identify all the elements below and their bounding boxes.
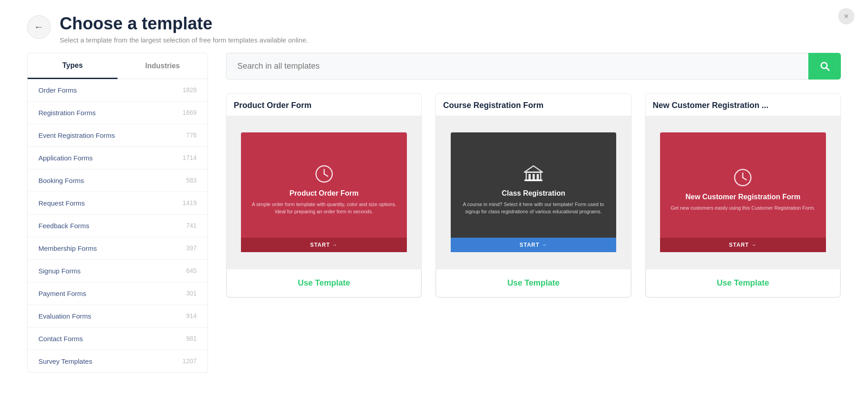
svg-line-11 [743,178,746,180]
header-text: Choose a template Select a template from… [60,14,308,44]
sidebar-list-item[interactable]: Membership Forms 397 [28,237,208,260]
sidebar-item-count: 301 [186,290,197,297]
sidebar-item-count: 397 [186,244,197,252]
template-card-title: Course Registration Form [436,94,631,116]
preview-card: New Customer Registration Form Get new c… [660,132,826,252]
search-button[interactable] [808,53,841,80]
templates-grid: Product Order Form Product Order Form A … [226,93,841,298]
sidebar-item-label: Membership Forms [38,244,97,252]
clock-icon [732,167,754,188]
sidebar: Types Industries Order Forms 1828 Regist… [27,53,208,373]
sidebar-list-item[interactable]: Registration Forms 1669 [28,102,208,124]
svg-rect-8 [537,174,539,180]
sidebar-list-item[interactable]: Feedback Forms 741 [28,215,208,237]
preview-start-bar: START → [241,238,407,252]
sidebar-item-count: 1828 [183,86,197,94]
template-card: New Customer Registration ... New Custom… [645,93,841,298]
sidebar-list-item[interactable]: Payment Forms 301 [28,282,208,305]
svg-rect-7 [533,174,535,180]
template-preview: Class Registration A course in mind? Sel… [436,116,631,269]
preview-title: New Customer Registration Form [685,193,800,201]
svg-marker-5 [524,166,542,172]
sidebar-item-label: Signup Forms [38,267,80,275]
tab-types[interactable]: Types [28,53,118,79]
search-icon [819,60,830,72]
preview-title: Class Registration [502,189,565,197]
sidebar-item-label: Contact Forms [38,335,83,343]
sidebar-item-label: Application Forms [38,154,93,162]
sidebar-item-count: 583 [186,177,197,184]
sidebar-item-label: Order Forms [38,86,77,94]
search-bar [226,53,841,80]
sidebar-item-label: Evaluation Forms [38,312,91,320]
sidebar-item-label: Booking Forms [38,177,84,184]
sidebar-tabs: Types Industries [28,53,208,79]
sidebar-list-item[interactable]: Contact Forms 981 [28,328,208,350]
back-button[interactable]: ← [27,15,51,39]
main-content: Types Industries Order Forms 1828 Regist… [0,53,868,373]
sidebar-item-count: 1419 [183,199,197,206]
tab-industries[interactable]: Industries [118,53,208,79]
template-card-title: New Customer Registration ... [646,94,840,116]
sidebar-item-count: 645 [186,267,197,274]
sidebar-item-label: Payment Forms [38,290,86,297]
sidebar-list-item[interactable]: Evaluation Forms 914 [28,305,208,328]
clock-icon [313,163,335,185]
preview-desc: A simple order form template with quanti… [250,201,398,215]
sidebar-list: Order Forms 1828 Registration Forms 1669… [28,79,208,372]
use-template-button[interactable]: Use Template [646,269,840,297]
sidebar-item-label: Event Registration Forms [38,131,115,139]
sidebar-item-label: Request Forms [38,199,85,207]
template-card: Product Order Form Product Order Form A … [226,93,422,298]
page-subtitle: Select a template from the largest selec… [60,36,308,44]
search-input[interactable] [226,53,808,80]
template-preview: Product Order Form A simple order form t… [226,116,421,269]
use-template-button[interactable]: Use Template [436,269,631,297]
template-card: Course Registration Form Class Registrat… [435,93,631,298]
sidebar-item-count: 741 [186,222,197,229]
svg-line-2 [324,174,328,176]
preview-desc: Get new customers easily using this Cust… [670,205,815,211]
preview-desc: A course in mind? Select it here with ou… [460,201,608,215]
sidebar-item-label: Feedback Forms [38,222,90,230]
preview-card: Class Registration A course in mind? Sel… [451,132,617,252]
sidebar-item-label: Registration Forms [38,109,96,117]
preview-start-bar: START → [451,238,617,252]
sidebar-item-count: 776 [186,131,197,139]
template-card-title: Product Order Form [226,94,421,116]
close-button[interactable]: × [838,8,854,24]
use-template-button[interactable]: Use Template [226,269,421,297]
bank-icon [523,163,544,185]
preview-start-bar: START → [660,238,826,252]
svg-rect-6 [528,174,531,180]
sidebar-list-item[interactable]: Order Forms 1828 [28,79,208,102]
sidebar-item-count: 981 [186,335,197,342]
sidebar-list-item[interactable]: Application Forms 1714 [28,147,208,169]
page-header: ← Choose a template Select a template fr… [0,0,868,53]
sidebar-item-label: Survey Templates [38,357,92,365]
sidebar-list-item[interactable]: Survey Templates 1207 [28,350,208,372]
sidebar-list-item[interactable]: Signup Forms 645 [28,260,208,282]
sidebar-item-count: 1714 [183,154,197,161]
sidebar-item-count: 914 [186,312,197,319]
template-preview: New Customer Registration Form Get new c… [646,116,840,269]
sidebar-item-count: 1669 [183,109,197,116]
page-title: Choose a template [60,14,308,34]
sidebar-list-item[interactable]: Event Registration Forms 776 [28,124,208,147]
preview-card: Product Order Form A simple order form t… [241,132,407,252]
sidebar-list-item[interactable]: Booking Forms 583 [28,169,208,192]
sidebar-item-count: 1207 [183,357,197,365]
sidebar-list-item[interactable]: Request Forms 1419 [28,192,208,215]
preview-title: Product Order Form [289,189,359,197]
content-area: Product Order Form Product Order Form A … [208,53,841,373]
